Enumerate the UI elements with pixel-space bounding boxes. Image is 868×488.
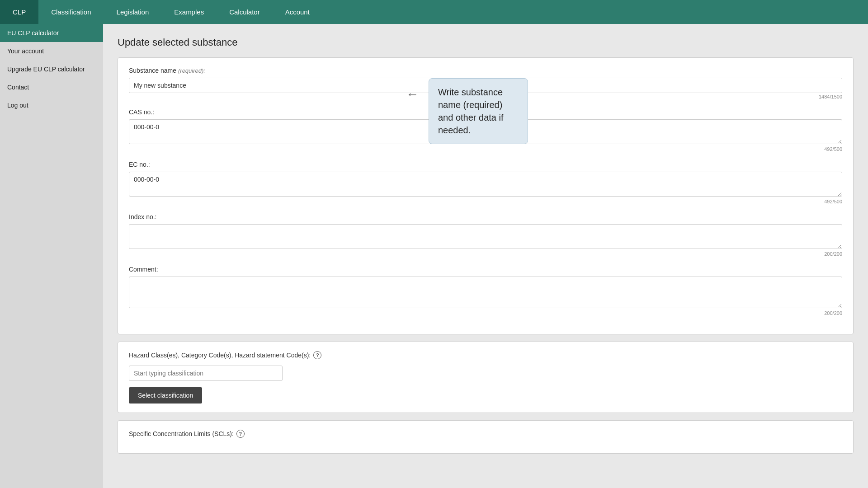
comment-char-count: 200/200: [129, 310, 842, 316]
scl-help-icon[interactable]: ?: [236, 430, 245, 438]
classification-section-label: Hazard Class(es), Category Code(s), Haza…: [129, 351, 842, 359]
main-content: Update selected substance Substance name…: [103, 24, 868, 488]
nav-item-classification[interactable]: Classification: [38, 0, 104, 24]
classification-card: Hazard Class(es), Category Code(s), Haza…: [118, 342, 854, 413]
classification-search-input[interactable]: [129, 366, 283, 381]
page-title: Update selected substance: [118, 37, 854, 48]
sidebar-item-log-out[interactable]: Log out: [0, 96, 103, 114]
sidebar-item-eu-clp-calculator[interactable]: EU CLP calculator: [0, 24, 103, 42]
index-char-count: 200/200: [129, 251, 842, 257]
index-input[interactable]: [129, 224, 842, 249]
sidebar-item-upgrade[interactable]: Upgrade EU CLP calculator: [0, 60, 103, 78]
nav-item-legislation[interactable]: Legislation: [104, 0, 162, 24]
select-classification-button[interactable]: Select classification: [129, 387, 202, 404]
ec-group: EC no.: 000-00-0 492/500: [129, 161, 842, 204]
nav-item-calculator[interactable]: Calculator: [217, 0, 273, 24]
top-navigation: CLP Classification Legislation Examples …: [0, 0, 868, 24]
comment-group: Comment: 200/200: [129, 266, 842, 316]
nav-item-account[interactable]: Account: [273, 0, 322, 24]
scl-section-label: Specific Concentration Limits (SCLs): ?: [129, 430, 842, 438]
callout-tooltip: Write substance name (required) and othe…: [429, 78, 528, 144]
comment-label: Comment:: [129, 266, 842, 273]
substance-name-label: Substance name (required):: [129, 67, 842, 74]
scl-card: Specific Concentration Limits (SCLs): ?: [118, 420, 854, 454]
page-layout: EU CLP calculator Your account Upgrade E…: [0, 24, 868, 488]
nav-item-clp[interactable]: CLP: [0, 0, 38, 24]
index-label: Index no.:: [129, 213, 842, 221]
comment-input[interactable]: [129, 277, 842, 308]
ec-input[interactable]: 000-00-0: [129, 172, 842, 197]
classification-help-icon[interactable]: ?: [313, 351, 321, 359]
sidebar-item-contact[interactable]: Contact: [0, 78, 103, 96]
index-group: Index no.: 200/200: [129, 213, 842, 257]
sidebar-item-your-account[interactable]: Your account: [0, 42, 103, 60]
sidebar: EU CLP calculator Your account Upgrade E…: [0, 24, 103, 488]
callout-arrow: ←: [406, 87, 419, 102]
nav-item-examples[interactable]: Examples: [161, 0, 217, 24]
ec-label: EC no.:: [129, 161, 842, 168]
ec-char-count: 492/500: [129, 199, 842, 204]
cas-char-count: 492/500: [129, 146, 842, 152]
